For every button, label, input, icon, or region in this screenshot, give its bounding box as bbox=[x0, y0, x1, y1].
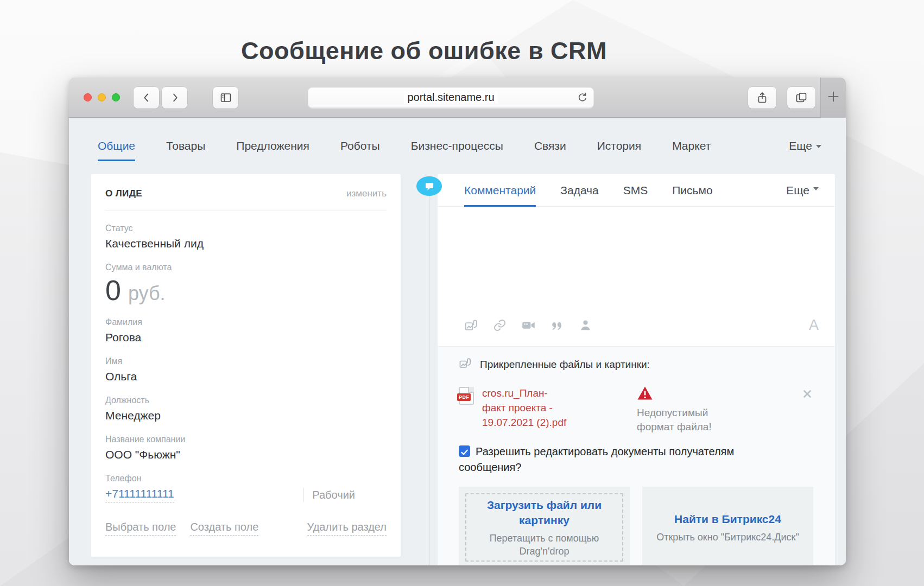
new-tab-button[interactable] bbox=[820, 78, 846, 118]
timeline-panel: Комментарий Задача SMS Письмо Еще bbox=[438, 174, 835, 565]
amount-currency: руб. bbox=[128, 282, 166, 305]
file-error-block: Недопустимый формат файла! bbox=[637, 386, 767, 434]
warning-icon bbox=[637, 393, 653, 402]
field-position: Должность Менеджер bbox=[105, 396, 387, 422]
create-field-link[interactable]: Создать поле bbox=[190, 521, 258, 536]
phone-type-label: Рабочий bbox=[303, 488, 355, 502]
field-value: Рогова bbox=[105, 331, 387, 344]
link-icon[interactable] bbox=[493, 319, 507, 332]
tab-business-processes[interactable]: Бизнес-процессы bbox=[411, 139, 503, 161]
back-button[interactable] bbox=[134, 87, 159, 109]
tab-more-label: Еще bbox=[789, 139, 812, 152]
tab-timeline-more-label: Еще bbox=[786, 184, 809, 197]
forward-button[interactable] bbox=[162, 87, 187, 109]
tab-general[interactable]: Общие bbox=[98, 139, 135, 161]
field-label: Сумма и валюта bbox=[105, 263, 387, 272]
video-icon[interactable] bbox=[521, 318, 536, 333]
show-tabs-button[interactable] bbox=[787, 87, 815, 109]
edit-lead-link[interactable]: изменить bbox=[346, 188, 387, 199]
upload-subtitle: Перетащить с помощью Drag'n'drop bbox=[478, 532, 610, 558]
chevron-down-icon bbox=[816, 145, 821, 148]
upload-title: Загрузить файл или картинку bbox=[478, 498, 610, 528]
tabs-overview-icon bbox=[795, 91, 808, 104]
tab-history[interactable]: История bbox=[597, 139, 641, 161]
field-label: Фамилия bbox=[105, 317, 387, 327]
lead-card-footer: Выбрать поле Создать поле Удалить раздел bbox=[105, 521, 387, 536]
field-lastname: Фамилия Рогова bbox=[105, 317, 387, 344]
quote-icon[interactable] bbox=[550, 319, 564, 332]
tab-market[interactable]: Маркет bbox=[672, 139, 711, 161]
mention-person-icon[interactable] bbox=[579, 319, 592, 332]
tab-offers[interactable]: Предложения bbox=[236, 139, 309, 161]
zoom-window-button[interactable] bbox=[112, 93, 120, 101]
field-label: Статус bbox=[105, 224, 387, 233]
attached-file-row: PDF cros.ru_План- факт проекта - 19.07.2… bbox=[459, 386, 813, 434]
attached-file-link[interactable]: cros.ru_План- факт проекта - 19.07.2021 … bbox=[482, 386, 604, 434]
chevron-left-icon bbox=[141, 92, 153, 104]
find-subtitle: Открыть окно "Битрикс24.Диск" bbox=[656, 531, 799, 544]
attach-file-icon[interactable] bbox=[464, 319, 478, 333]
allow-edit-checkbox[interactable] bbox=[459, 445, 470, 457]
tab-letter[interactable]: Письмо bbox=[672, 174, 712, 207]
pdf-file-icon: PDF bbox=[459, 387, 474, 405]
browser-toolbar: portal.sitename.ru bbox=[69, 78, 846, 118]
find-title: Найти в Битрикс24 bbox=[674, 512, 781, 527]
field-label: Название компании bbox=[105, 435, 387, 444]
browser-window: portal.sitename.ru bbox=[69, 78, 846, 565]
phone-link[interactable]: +71111111111 bbox=[105, 487, 174, 502]
lead-card-header: О ЛИДЕ изменить bbox=[105, 174, 387, 199]
delete-section-link[interactable]: Удалить раздел bbox=[307, 521, 387, 536]
font-format-button[interactable]: A bbox=[809, 317, 819, 334]
reload-button[interactable] bbox=[576, 91, 589, 106]
upload-file-dropzone[interactable]: Загрузить файл или картинку Перетащить с… bbox=[459, 487, 630, 565]
remove-file-button[interactable] bbox=[802, 389, 812, 399]
field-amount: Сумма и валюта 0 руб. bbox=[105, 263, 387, 305]
sidebar-toggle-button[interactable] bbox=[213, 87, 238, 109]
field-label: Имя bbox=[105, 356, 387, 366]
timeline-tabs: Комментарий Задача SMS Письмо Еще bbox=[438, 174, 835, 207]
field-company: Название компании ООО "Фьюжн" bbox=[105, 435, 387, 461]
address-bar[interactable]: portal.sitename.ru bbox=[308, 87, 594, 108]
pdf-badge: PDF bbox=[457, 393, 471, 401]
file-name-line: факт проекта - bbox=[482, 400, 604, 415]
amount-value: 0 bbox=[105, 276, 121, 304]
share-icon bbox=[756, 91, 769, 104]
crm-page: Общие Товары Предложения Роботы Бизнес-п… bbox=[69, 118, 846, 565]
tab-robots[interactable]: Роботы bbox=[340, 139, 380, 161]
lead-info-card: О ЛИДЕ изменить Статус Качественный лид … bbox=[91, 174, 401, 557]
attach-file-icon bbox=[459, 357, 472, 372]
tab-timeline-more[interactable]: Еще bbox=[786, 174, 819, 207]
file-name-line: cros.ru_План- bbox=[482, 386, 604, 400]
field-phone: Телефон +71111111111 Рабочий bbox=[105, 474, 387, 502]
allow-edit-row: Разрешить редактировать документы получа… bbox=[459, 444, 784, 475]
sidebar-icon bbox=[219, 91, 232, 104]
lead-card-title: О ЛИДЕ bbox=[105, 188, 142, 199]
tab-products[interactable]: Товары bbox=[166, 139, 205, 161]
divider bbox=[105, 211, 387, 211]
tab-task[interactable]: Задача bbox=[560, 174, 598, 207]
find-in-bitrix-button[interactable]: Найти в Битрикс24 Открыть окно "Битрикс2… bbox=[642, 487, 813, 565]
field-label: Телефон bbox=[105, 474, 387, 483]
share-button[interactable] bbox=[748, 87, 776, 109]
composer-toolbar: A bbox=[438, 304, 835, 346]
close-window-button[interactable] bbox=[84, 93, 92, 101]
window-controls bbox=[84, 93, 120, 101]
allow-edit-label: Разрешить редактировать документы получа… bbox=[459, 445, 734, 473]
field-value: Менеджер bbox=[105, 409, 387, 422]
tab-sms[interactable]: SMS bbox=[623, 174, 648, 207]
select-field-link[interactable]: Выбрать поле bbox=[105, 521, 176, 536]
timeline-line bbox=[429, 186, 429, 565]
field-firstname: Имя Ольга bbox=[105, 356, 387, 383]
error-line: Недопустимый bbox=[637, 406, 767, 420]
tab-more[interactable]: Еще bbox=[789, 139, 821, 161]
comment-input-area[interactable] bbox=[438, 207, 835, 304]
chevron-right-icon bbox=[169, 92, 181, 104]
attachments-section: Прикрепленные файлы и картинки: PDF cros… bbox=[438, 346, 835, 565]
field-value: ООО "Фьюжн" bbox=[105, 448, 387, 461]
tab-relations[interactable]: Связи bbox=[534, 139, 566, 161]
url-text: portal.sitename.ru bbox=[404, 91, 497, 104]
field-value: Ольга bbox=[105, 370, 387, 383]
minimize-window-button[interactable] bbox=[98, 93, 106, 101]
crm-nav-tabs: Общие Товары Предложения Роботы Бизнес-п… bbox=[69, 118, 846, 161]
tab-comment[interactable]: Комментарий bbox=[464, 174, 536, 207]
